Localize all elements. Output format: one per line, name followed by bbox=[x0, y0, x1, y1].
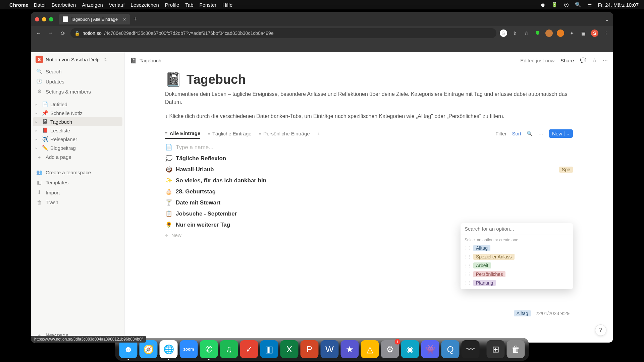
workspace-switcher[interactable]: S Notion von Sascha Delp ⇅ bbox=[31, 52, 124, 66]
dock-app-quicktime[interactable]: Q bbox=[441, 340, 460, 358]
entry-row[interactable]: 🍸Date mit Stewart bbox=[165, 197, 573, 208]
popup-option[interactable]: ⋮⋮Planung bbox=[461, 279, 573, 287]
drag-handle-icon[interactable]: ⋮⋮ bbox=[464, 281, 471, 285]
sidebar-import[interactable]: ⬇Import bbox=[31, 187, 124, 197]
caret-icon[interactable]: ▸ bbox=[36, 146, 40, 150]
popup-option[interactable]: ⋮⋮Alltag bbox=[461, 244, 573, 252]
chrome-menu-icon[interactable]: ⋮ bbox=[602, 29, 610, 37]
drag-handle-icon[interactable]: ⋮⋮ bbox=[464, 272, 471, 277]
caret-icon[interactable]: ▸ bbox=[36, 103, 40, 106]
dock-app-discord[interactable]: 👾 bbox=[421, 340, 439, 358]
dock-app-powerpoint[interactable]: P bbox=[301, 340, 319, 358]
page-hint[interactable]: ↓ Klicke dich durch die verschiedenen Da… bbox=[165, 112, 573, 120]
sidebar-add-page[interactable]: +Add a page bbox=[31, 152, 124, 162]
new-tab-button[interactable]: + bbox=[133, 16, 137, 23]
popup-option[interactable]: ⋮⋮Persönliches bbox=[461, 270, 573, 279]
drag-handle-icon[interactable]: ⋮⋮ bbox=[464, 254, 471, 259]
dock-app-mission[interactable]: ⊞ bbox=[487, 340, 505, 358]
menu-datei[interactable]: Datei bbox=[34, 2, 46, 8]
tabs-dropdown-icon[interactable]: ⌄ bbox=[605, 16, 609, 22]
page-emoji[interactable]: 📓 bbox=[165, 72, 182, 87]
search-icon[interactable]: 🔍 bbox=[575, 2, 581, 8]
new-entry-button[interactable]: New⌄ bbox=[549, 129, 573, 138]
comments-icon[interactable]: 💬 bbox=[580, 57, 586, 63]
sort-button[interactable]: Sort bbox=[512, 131, 521, 136]
entry-row[interactable]: ✨So vieles, für das ich dankbar bin bbox=[165, 175, 573, 186]
caret-icon[interactable]: ▸ bbox=[36, 111, 40, 115]
entry-row[interactable]: 🥥Hawaii-UrlaubSpe bbox=[165, 164, 573, 175]
wifi-icon[interactable]: ⦿ bbox=[564, 2, 569, 8]
chevron-down-icon[interactable]: ⌄ bbox=[564, 131, 570, 136]
dock-app-trash[interactable]: 🗑 bbox=[507, 340, 525, 358]
db-tab-taeglich[interactable]: ≡Tägliche Einträge bbox=[208, 129, 251, 138]
entry-row[interactable]: 📄Type a name... bbox=[165, 142, 573, 153]
page-description[interactable]: Dokumentiere dein Leben – tägliche Ereig… bbox=[165, 90, 573, 106]
close-window[interactable] bbox=[35, 17, 39, 21]
record-icon[interactable]: ⏺ bbox=[540, 2, 545, 8]
sidebar-page-item[interactable]: ▸📓Tagebuch bbox=[33, 117, 122, 126]
menu-verlauf[interactable]: Verlauf bbox=[109, 2, 125, 8]
popup-search-input[interactable] bbox=[465, 226, 569, 232]
address-bar[interactable]: 🔒 notion.so/4c786e029edf435c80a67b00fc7d… bbox=[70, 28, 496, 38]
share-icon[interactable]: ⇪ bbox=[511, 29, 519, 37]
tag-pill[interactable]: Alltag bbox=[514, 310, 531, 316]
filter-button[interactable]: Filter bbox=[495, 131, 506, 136]
sidebar-page-item[interactable]: ▸📄Untitled bbox=[31, 100, 124, 109]
menu-profile[interactable]: Profile bbox=[165, 2, 179, 8]
sidebar-teamspace[interactable]: 👥Create a teamspace bbox=[31, 167, 124, 177]
dock-app-chrome[interactable]: 🌐 bbox=[160, 340, 178, 358]
page-title[interactable]: Tagebuch bbox=[186, 72, 246, 87]
dock-app-finder[interactable]: ☻ bbox=[119, 340, 138, 358]
help-button[interactable]: ? bbox=[595, 324, 606, 336]
drag-handle-icon[interactable]: ⋮⋮ bbox=[464, 263, 471, 268]
extensions-icon[interactable]: ✦ bbox=[568, 29, 576, 37]
menubar-datetime[interactable]: Fr. 24. März 10:07 bbox=[598, 2, 639, 8]
dock-app-spotify[interactable]: ♫ bbox=[220, 340, 238, 358]
sidebar-trash[interactable]: 🗑Trash bbox=[31, 197, 124, 207]
dock-app-drive[interactable]: △ bbox=[361, 340, 379, 358]
dock-app-imovie[interactable]: ★ bbox=[341, 340, 359, 358]
close-tab-icon[interactable]: × bbox=[123, 16, 126, 22]
sidebar-templates[interactable]: ◧Templates bbox=[31, 177, 124, 187]
menu-fenster[interactable]: Fenster bbox=[200, 2, 217, 8]
menu-anzeigen[interactable]: Anzeigen bbox=[82, 2, 103, 8]
minimize-window[interactable] bbox=[42, 17, 46, 21]
db-tab-alle[interactable]: ≡Alle Einträge bbox=[165, 128, 200, 139]
sidebar-page-item[interactable]: ▸✈️Reiseplaner bbox=[31, 135, 124, 143]
dock-app-word[interactable]: W bbox=[321, 340, 339, 358]
share-button[interactable]: Share bbox=[560, 58, 574, 63]
dock-app-settings[interactable]: ⚙1 bbox=[381, 340, 399, 358]
add-view-icon[interactable]: + bbox=[317, 131, 320, 136]
db-more-icon[interactable]: ⋯ bbox=[538, 131, 543, 137]
caret-icon[interactable]: ▸ bbox=[36, 137, 40, 141]
maximize-window[interactable] bbox=[49, 17, 53, 21]
ext3-icon[interactable] bbox=[557, 29, 564, 37]
translate-icon[interactable]: G bbox=[500, 29, 507, 37]
search-db-icon[interactable]: 🔍 bbox=[527, 131, 533, 137]
dock-app-zoom[interactable]: zoom bbox=[180, 340, 198, 358]
menu-tab[interactable]: Tab bbox=[185, 2, 193, 8]
profile-avatar[interactable]: S bbox=[591, 29, 598, 37]
menu-bearbeiten[interactable]: Bearbeiten bbox=[52, 2, 76, 8]
tag-pill[interactable]: Spe bbox=[559, 167, 573, 173]
battery-icon[interactable]: 🔋 bbox=[551, 2, 558, 8]
reload-button[interactable]: ⟳ bbox=[58, 29, 67, 38]
popup-option[interactable]: ⋮⋮Spezieller Anlass bbox=[461, 252, 573, 261]
dock-app-whatsapp[interactable]: ✆ bbox=[200, 340, 218, 358]
forward-button[interactable]: → bbox=[46, 29, 55, 38]
caret-icon[interactable]: ▸ bbox=[36, 129, 40, 132]
entry-row[interactable]: 🎂28. Geburtstag bbox=[165, 186, 573, 197]
dock-app-safari[interactable]: 🧭 bbox=[140, 340, 158, 358]
dock-app-trello[interactable]: ▥ bbox=[260, 340, 278, 358]
more-icon[interactable]: ⋯ bbox=[603, 57, 608, 63]
caret-icon[interactable]: ▸ bbox=[36, 120, 40, 124]
dock-app-excel[interactable]: X bbox=[280, 340, 299, 358]
star-icon[interactable]: ☆ bbox=[592, 57, 597, 63]
breadcrumb[interactable]: 📓 Tagebuch bbox=[130, 57, 161, 64]
entry-row[interactable]: 📋Jobsuche - September bbox=[165, 208, 573, 219]
menu-lesezeichen[interactable]: Lesezeichen bbox=[131, 2, 159, 8]
sidebar-page-item[interactable]: ▸📌Schnelle Notiz bbox=[31, 109, 124, 117]
bookmark-icon[interactable]: ☆ bbox=[523, 29, 530, 37]
drag-handle-icon[interactable]: ⋮⋮ bbox=[464, 246, 471, 250]
back-button[interactable]: ← bbox=[34, 29, 43, 38]
